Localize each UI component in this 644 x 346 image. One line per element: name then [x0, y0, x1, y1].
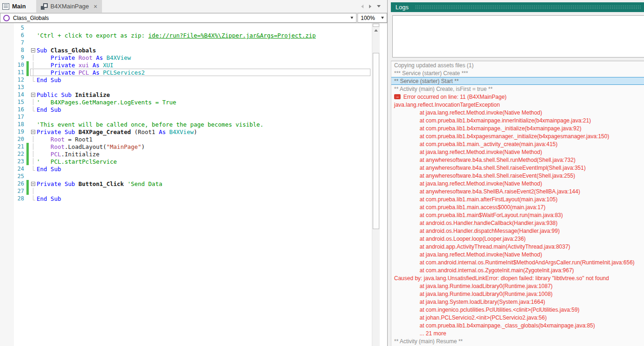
- log-row[interactable]: ... 21 more: [391, 329, 644, 337]
- log-row[interactable]: at com.prueba.lib1.main.access$000(main.…: [391, 203, 644, 211]
- code-text: Private Root As B4XView: [37, 54, 131, 61]
- log-row[interactable]: at com.prueba.lib1.main._activity_create…: [391, 140, 644, 148]
- code-line[interactable]: 23' PCL.startPclService: [0, 158, 370, 165]
- code-text: Public Sub Initialize: [37, 91, 110, 98]
- splitter-grip[interactable]: [373, 24, 379, 27]
- change-bar: [26, 76, 29, 83]
- line-number: 25: [0, 173, 26, 180]
- code-line[interactable]: 25: [0, 173, 370, 180]
- log-row[interactable]: at java.lang.Runtime.loadLibrary0(Runtim…: [391, 282, 644, 290]
- line-number: 9: [0, 54, 26, 61]
- code-line[interactable]: 13: [0, 83, 370, 91]
- fold-collapse-icon[interactable]: [31, 91, 37, 98]
- log-row[interactable]: at anywheresoftware.b4a.shell.Shell.runM…: [391, 156, 644, 164]
- log-row-selected[interactable]: ** Service (starter) Start **: [391, 77, 644, 85]
- code-line[interactable]: 16End Sub: [0, 106, 370, 113]
- code-line[interactable]: 20 Root = Root1: [0, 135, 370, 143]
- nav-dropdown-icon[interactable]: [377, 5, 381, 7]
- code-line[interactable]: 19Private Sub B4XPage_Created (Root1 As …: [0, 128, 370, 135]
- code-line[interactable]: 28End Sub: [0, 195, 370, 202]
- logs-filter-box[interactable]: [392, 15, 644, 58]
- log-row[interactable]: at com.prueba.lib1.main.afterFirstLayout…: [391, 195, 644, 203]
- log-row[interactable]: at java.lang.Runtime.loadLibrary0(Runtim…: [391, 290, 644, 298]
- code-line[interactable]: 7: [0, 39, 370, 46]
- log-row[interactable]: at java.lang.reflect.Method.invoke(Nativ…: [391, 148, 644, 156]
- code-line[interactable]: 21 Root.LoadLayout("MainPage"): [0, 143, 370, 150]
- code-line[interactable]: 24End Sub: [0, 165, 370, 173]
- log-row[interactable]: at android.os.Looper.loop(Looper.java:23…: [391, 235, 644, 243]
- log-row[interactable]: at java.lang.System.loadLibrary(System.j…: [391, 298, 644, 306]
- scrollbar-thumb[interactable]: [373, 53, 379, 229]
- fold-collapse-icon[interactable]: [31, 128, 37, 135]
- code-line[interactable]: 8Sub Class_Globals: [0, 46, 370, 54]
- log-row[interactable]: *** Service (starter) Create ***: [391, 69, 644, 77]
- log-row[interactable]: at anywheresoftware.b4a.shell.Shell.rais…: [391, 164, 644, 172]
- zoom-selector[interactable]: 100%: [357, 13, 387, 23]
- code-line[interactable]: 6'Ctrl + click to export as zip: ide://r…: [0, 32, 370, 39]
- code-line[interactable]: 15' B4XPages.GetManager.LogEvents = True: [0, 98, 370, 106]
- log-row[interactable]: at com.prueba.lib1.b4xmainpage._initiali…: [391, 124, 644, 132]
- fold-guide: [31, 114, 37, 120]
- scroll-up-button[interactable]: [372, 27, 380, 34]
- member-selector[interactable]: Class_Globals: [0, 13, 357, 23]
- chevron-down-icon: [351, 17, 353, 19]
- log-text: Caused by: java.lang.UnsatisfiedLinkErro…: [394, 275, 609, 282]
- code-line[interactable]: 26Private Sub Button1_Click 'Send Data: [0, 180, 370, 187]
- log-row[interactable]: at anywheresoftware.b4a.shell.Shell.rais…: [391, 172, 644, 179]
- log-text: at com.prueba.lib1.main$WaitForLayout.ru…: [420, 212, 563, 218]
- log-text: at java.lang.reflect.Method.invoke(Nativ…: [420, 251, 542, 258]
- code-text: End Sub: [37, 77, 61, 83]
- log-row[interactable]: at java.lang.reflect.Method.invoke(Nativ…: [391, 250, 644, 258]
- code-line[interactable]: 17: [0, 113, 370, 121]
- log-row[interactable]: at com.prueba.lib1.main$WaitForLayout.ru…: [391, 211, 644, 219]
- fold-guide: [31, 84, 37, 90]
- close-icon[interactable]: ×: [94, 3, 97, 10]
- log-row[interactable]: Caused by: java.lang.UnsatisfiedLinkErro…: [391, 274, 644, 282]
- log-row[interactable]: java.lang.reflect.InvocationTargetExcept…: [391, 101, 644, 109]
- code-line[interactable]: 11 Private PCL As PCLServices2: [0, 69, 370, 76]
- log-row[interactable]: at java.lang.reflect.Method.invoke(Nativ…: [391, 109, 644, 116]
- code-line[interactable]: 5: [0, 24, 370, 32]
- log-row[interactable]: at com.android.internal.os.ZygoteInit.ma…: [391, 266, 644, 274]
- log-row[interactable]: at com.prueba.lib1.b4xmainpage.innerInit…: [391, 116, 644, 124]
- change-bar: [26, 158, 29, 165]
- line-number: 17: [0, 113, 26, 121]
- log-row[interactable]: at android.app.ActivityThread.main(Activ…: [391, 243, 644, 250]
- tab-b4xmainpage[interactable]: B4XMainPage ×: [36, 0, 102, 13]
- code-text: End Sub: [37, 195, 61, 202]
- code-line[interactable]: 18'This event will be called once, befor…: [0, 121, 370, 128]
- log-row[interactable]: at android.os.Handler.dispatchMessage(Ha…: [391, 227, 644, 235]
- log-row[interactable]: →Error occurred on line: 11 (B4XMainPage…: [391, 93, 644, 101]
- log-row[interactable]: Copying updated assets files (1): [391, 61, 644, 69]
- code-line[interactable]: 14Public Sub Initialize: [0, 91, 370, 98]
- log-row[interactable]: at com.ingenico.pclutilities.PclUtilitie…: [391, 306, 644, 314]
- log-row[interactable]: ** Activity (main) Create, isFirst = tru…: [391, 85, 644, 93]
- tab-main-label: Main: [12, 3, 26, 10]
- log-row[interactable]: at com.prueba.lib1.b4xpagesmanager._init…: [391, 132, 644, 140]
- tab-main[interactable]: Main: [0, 0, 31, 13]
- log-text: at java.lang.reflect.Method.invoke(Nativ…: [420, 149, 542, 155]
- line-number: 11: [0, 69, 26, 76]
- fold-collapse-icon[interactable]: [31, 47, 37, 53]
- editor-vertical-scrollbar[interactable]: [372, 23, 380, 346]
- code-line[interactable]: 22 PCL.Initialize: [0, 150, 370, 158]
- fold-collapse-icon[interactable]: [31, 180, 37, 187]
- code-text: Private Sub Button1_Click 'Send Data: [37, 180, 162, 187]
- log-row[interactable]: at anywheresoftware.b4a.ShellBA.raiseEve…: [391, 187, 644, 195]
- log-row[interactable]: at java.lang.reflect.Method.invoke(Nativ…: [391, 179, 644, 187]
- code-lines: 56'Ctrl + click to export as zip: ide://…: [0, 24, 370, 202]
- log-row[interactable]: at com.prueba.lib1.b4xmainpage._class_gl…: [391, 321, 644, 329]
- log-row[interactable]: at com.android.internal.os.RuntimeInit$M…: [391, 258, 644, 266]
- code-line[interactable]: 10 Private xui As XUI: [0, 61, 370, 69]
- change-bar: [26, 187, 29, 195]
- log-text: ** Service (starter) Start **: [394, 78, 459, 84]
- code-editor[interactable]: 56'Ctrl + click to export as zip: ide://…: [0, 23, 387, 346]
- log-row[interactable]: ** Activity (main) Resume **: [391, 337, 644, 345]
- log-row[interactable]: at android.os.Handler.handleCallback(Han…: [391, 219, 644, 227]
- code-line[interactable]: 9 Private Root As B4XView: [0, 54, 370, 61]
- code-line[interactable]: 27: [0, 187, 370, 195]
- code-line[interactable]: 12End Sub: [0, 76, 370, 83]
- nav-forward-icon[interactable]: [369, 5, 371, 8]
- log-row[interactable]: at johan.PCLServicio2.<init>(PCLServicio…: [391, 314, 644, 321]
- nav-back-icon[interactable]: [361, 5, 363, 8]
